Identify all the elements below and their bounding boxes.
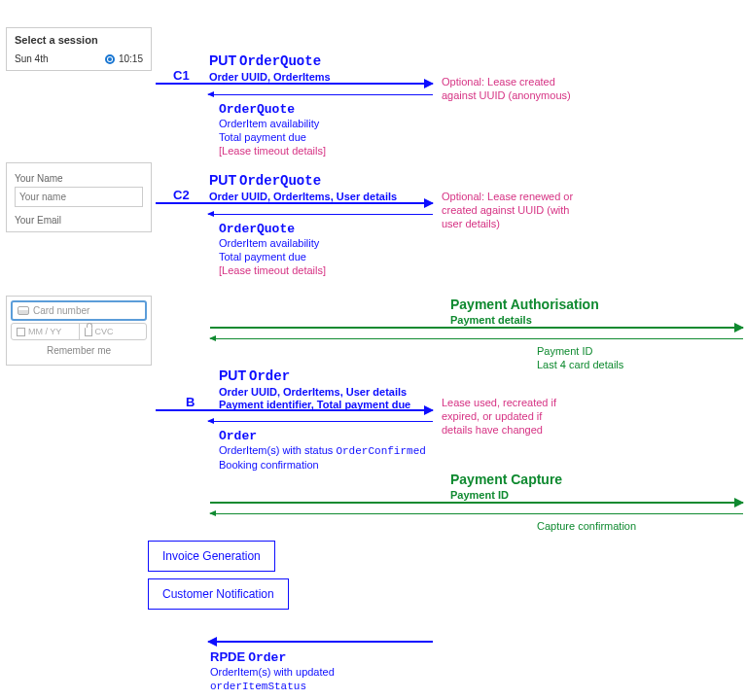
invoice-box: Invoice Generation	[148, 541, 275, 572]
exp-placeholder: MM / YY	[28, 327, 61, 336]
name-input[interactable]	[15, 187, 143, 207]
c2-resp1: OrderItem availability	[219, 237, 319, 249]
rpde-l3: orderItemStatus	[210, 681, 306, 692]
c1-type: OrderQuote	[239, 53, 321, 69]
c1-note: Optional: Lease created against UUID (an…	[442, 76, 571, 103]
mockup-session: Select a session Sun 4th 10:15	[6, 27, 152, 71]
c2-note: Optional: Lease renewed or created again…	[442, 191, 573, 230]
session-time: 10:15	[119, 53, 143, 64]
c2-resp3: [Lease timeout details]	[219, 264, 326, 276]
c2-resp-type: OrderQuote	[219, 222, 295, 236]
c1-resp-type: OrderQuote	[219, 102, 295, 117]
cvc-field[interactable]: CVC	[79, 324, 147, 339]
pcap-text: Payment Capture Payment ID	[450, 472, 562, 502]
b-resp1b: OrderConfirmed	[336, 445, 425, 457]
b-req1: Order UUID, OrderItems, User details	[219, 386, 407, 398]
c2-note2: created against UUID (with	[442, 204, 569, 216]
c1-resp3: [Lease timeout details]	[219, 145, 326, 157]
c2-resp2: Total payment due	[219, 251, 306, 262]
c1-note1: Optional: Lease created	[442, 76, 555, 88]
c2-detail: Order UUID, OrderItems, User details	[209, 191, 397, 202]
rpde-text: RPDE Order OrderItem(s) with updated ord…	[210, 649, 335, 694]
card-placeholder: Card number	[33, 305, 89, 316]
pauth-text: Payment Authorisation Payment details	[450, 297, 599, 327]
b-resp2: Booking confirmation	[219, 459, 319, 471]
card-number-field[interactable]: Card number	[11, 300, 147, 321]
c2-note1: Optional: Lease renewed or	[442, 191, 573, 202]
rpde-l1b: Order	[248, 650, 286, 665]
expiry-field[interactable]: MM / YY	[12, 324, 79, 339]
b-resp-type: Order	[219, 429, 257, 443]
c2-method: PUT	[209, 172, 236, 188]
b-resp-text: Order OrderItem(s) with status OrderConf…	[219, 429, 426, 472]
pauth-title: Payment Authorisation	[450, 297, 599, 312]
card-icon	[18, 306, 29, 315]
b-note: Lease used, recreated if expired, or upd…	[442, 397, 556, 437]
radio-icon	[105, 54, 115, 64]
c1-resp2: Total payment due	[219, 131, 306, 143]
label-b: B	[186, 395, 195, 409]
session-row: Sun 4th 10:15	[15, 53, 143, 64]
name-label: Your Name	[15, 173, 143, 184]
pauth-detail: Payment details	[450, 314, 532, 326]
c1-resp1: OrderItem availability	[219, 118, 319, 129]
b-note1: Lease used, recreated if	[442, 397, 556, 408]
rpde-l2: OrderItem(s) with updated	[210, 666, 335, 678]
c2-resp-text: OrderQuote OrderItem availability Total …	[219, 222, 326, 278]
b-type: Order	[249, 368, 290, 384]
label-c1: C1	[173, 68, 190, 83]
c2-type: OrderQuote	[239, 173, 321, 189]
calendar-icon	[17, 328, 25, 336]
c1-detail: Order UUID, OrderItems	[209, 71, 331, 83]
notify-box: Customer Notification	[148, 578, 289, 610]
pcap-detail: Payment ID	[450, 489, 509, 501]
email-label: Your Email	[15, 215, 143, 226]
cvc-placeholder: CVC	[95, 327, 114, 336]
b-resp1a: OrderItem(s) with status	[219, 444, 333, 456]
session-title: Select a session	[15, 34, 143, 46]
c2-req-text: PUT OrderQuote Order UUID, OrderItems, U…	[209, 172, 397, 203]
pcap-resp-text: Capture confirmation	[537, 520, 636, 534]
mockup-payment: Card number MM / YY CVC Remember me	[6, 296, 152, 366]
session-day: Sun 4th	[15, 53, 48, 64]
c1-method: PUT	[209, 52, 236, 68]
pauth-resp2: Last 4 card details	[537, 359, 623, 370]
mockup-user: Your Name Your Email	[6, 162, 152, 232]
b-note3: details have changed	[442, 424, 543, 436]
b-note2: expired, or updated if	[442, 410, 542, 422]
remember-me: Remember me	[11, 340, 147, 361]
label-c2: C2	[173, 188, 190, 202]
b-req-text: PUT Order Order UUID, OrderItems, User d…	[219, 368, 410, 412]
c1-resp-text: OrderQuote OrderItem availability Total …	[219, 102, 326, 158]
c1-note2: against UUID (anonymous)	[442, 89, 571, 101]
b-method: PUT	[219, 368, 246, 383]
c2-note3: user details)	[442, 218, 500, 229]
pauth-resp1: Payment ID	[537, 345, 592, 357]
pauth-resp-text: Payment ID Last 4 card details	[537, 345, 623, 372]
rpde-l1a: RPDE	[210, 649, 245, 664]
lock-icon	[85, 328, 92, 336]
c1-req-text: PUT OrderQuote Order UUID, OrderItems	[209, 52, 331, 84]
pcap-title: Payment Capture	[450, 472, 562, 487]
